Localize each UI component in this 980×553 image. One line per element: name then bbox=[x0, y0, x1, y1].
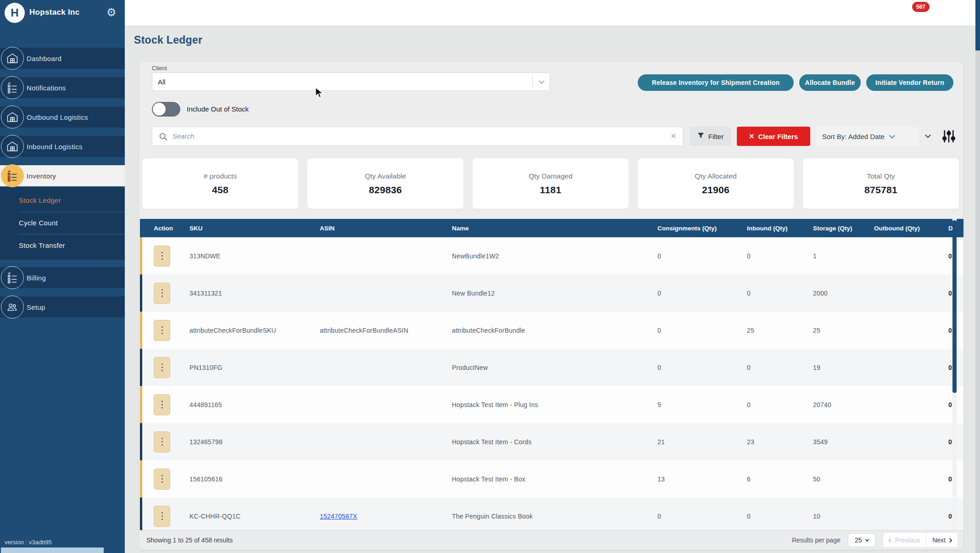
previous-page-button[interactable]: Previous bbox=[883, 532, 926, 548]
cell-storage: 1 bbox=[811, 252, 872, 260]
cell-name: ProductNew bbox=[450, 364, 655, 371]
cell-consignments: 21 bbox=[655, 438, 745, 446]
allocate-bundle-button[interactable]: Allocate Bundle bbox=[799, 74, 861, 91]
table-body: 313NDWE NewBundle1W2 0 0 1 0 341311321 N… bbox=[140, 237, 963, 530]
client-select[interactable]: All bbox=[152, 73, 550, 91]
window-scrollbar-thumb[interactable] bbox=[975, 0, 980, 50]
sidebar-item-label: Billing bbox=[27, 274, 46, 282]
cell-inbound: 0 bbox=[745, 401, 811, 408]
checklist-icon bbox=[1, 164, 24, 187]
brand-name: Hopstack Inc bbox=[29, 8, 79, 17]
client-label: Client bbox=[152, 65, 167, 72]
topbar bbox=[125, 0, 980, 26]
search-placeholder: Search bbox=[173, 132, 195, 140]
submenu-item-cycle-count[interactable]: Cycle Count bbox=[0, 212, 125, 234]
sidebar-item-dashboard[interactable]: Dashboard bbox=[0, 48, 125, 69]
cell-inbound: 25 bbox=[745, 327, 811, 334]
stat-card-products: # products 458 bbox=[142, 158, 298, 209]
chevron-left-icon bbox=[888, 538, 893, 542]
column-consignments: Consignments (Qty) bbox=[655, 225, 745, 232]
cell-sku: 341311321 bbox=[187, 290, 317, 297]
release-inventory-button[interactable]: Release Inventory for Shipment Creation bbox=[638, 74, 794, 91]
client-value: All bbox=[158, 78, 166, 86]
cell-storage: 20740 bbox=[811, 401, 872, 408]
gear-icon[interactable]: ⚙ bbox=[106, 6, 117, 19]
cell-consignments: 0 bbox=[655, 290, 745, 297]
sidebar-item-outbound-logistics[interactable]: Outbound Logistics bbox=[0, 106, 125, 128]
row-actions-menu-button[interactable] bbox=[154, 431, 170, 452]
sidebar-item-inventory[interactable]: Inventory bbox=[0, 165, 125, 186]
cell-consignments: 0 bbox=[655, 364, 745, 371]
cell-name: attributeCheckForBundle bbox=[450, 327, 655, 334]
cell-consignments: 5 bbox=[655, 401, 745, 408]
submenu-item-stock-transfer[interactable]: Stock Transfer bbox=[0, 234, 125, 257]
chevron-down-icon bbox=[889, 133, 895, 139]
cell-name: The Penguin Classics Book bbox=[450, 513, 655, 520]
filter-button[interactable]: Filter bbox=[690, 127, 731, 146]
next-page-button[interactable]: Next bbox=[926, 532, 958, 548]
row-actions-menu-button[interactable] bbox=[154, 394, 170, 415]
pagination-控l pager: Previous Next bbox=[883, 532, 958, 548]
cell-sku: 313NDWE bbox=[187, 252, 317, 260]
submenu-item-stock-ledger[interactable]: Stock Ledger bbox=[0, 189, 125, 212]
warehouse-icon bbox=[1, 47, 24, 70]
row-actions-menu-button[interactable] bbox=[154, 357, 170, 378]
cell-sku: 444891165 bbox=[187, 401, 317, 408]
row-actions-menu-button[interactable] bbox=[154, 506, 170, 527]
sidebar-item-inbound-logistics[interactable]: Inbound Logistics bbox=[0, 136, 125, 157]
column-sku: SKU bbox=[187, 225, 317, 232]
checklist-icon bbox=[1, 266, 24, 289]
divider bbox=[532, 76, 533, 87]
cell-inbound: 0 bbox=[745, 513, 811, 520]
table-scrollbar[interactable] bbox=[952, 219, 957, 530]
table-row: 313NDWE NewBundle1W2 0 0 1 0 bbox=[140, 237, 963, 274]
cell-asin: attributeCheckForBundleASIN bbox=[317, 327, 450, 334]
sidebar-item-label: Setup bbox=[27, 303, 45, 311]
table-row: PN1310FG ProductNew 0 0 19 0 bbox=[140, 349, 963, 386]
warehouse-icon bbox=[1, 106, 24, 128]
initiate-vendor-return-button[interactable]: Initiate Vendor Return bbox=[866, 74, 953, 91]
sidebar-item-setup[interactable]: Setup bbox=[0, 296, 125, 318]
cell-name: Hopstack Test Item - Cords bbox=[450, 438, 655, 446]
cell-sku: PN1310FG bbox=[187, 364, 317, 371]
row-actions-menu-button[interactable] bbox=[154, 246, 170, 267]
table-row: KC-CHHR-QQ1C 152470587X The Penguin Clas… bbox=[140, 497, 963, 530]
table-row: 341311321 New Bundle12 0 0 2000 0 bbox=[140, 274, 963, 312]
sidebar-item-label: Inventory bbox=[27, 172, 56, 180]
table-footer: Showing 1 to 25 of 458 results Results p… bbox=[139, 530, 963, 550]
funnel-icon bbox=[697, 132, 705, 141]
sidebar-item-notifications[interactable]: Notifications bbox=[0, 77, 125, 98]
row-actions-menu-button[interactable] bbox=[154, 469, 170, 490]
cell-inbound: 0 bbox=[745, 364, 811, 371]
column-outbound: Outbound (Qty) bbox=[872, 225, 946, 232]
notification-badge[interactable]: 567 bbox=[912, 2, 930, 12]
cell-name: Hopstack Test Item - Box bbox=[450, 475, 655, 483]
cell-inbound: 0 bbox=[745, 252, 811, 260]
cell-sku: attributeCheckForBundleSKU bbox=[187, 327, 317, 334]
cell-storage: 2000 bbox=[811, 290, 872, 297]
cell-storage: 10 bbox=[811, 513, 872, 520]
row-actions-menu-button[interactable] bbox=[154, 320, 170, 341]
row-actions-menu-button[interactable] bbox=[154, 283, 170, 304]
cell-asin[interactable]: 152470587X bbox=[317, 513, 450, 520]
search-input[interactable]: Search × bbox=[152, 127, 683, 146]
page-size-select[interactable]: 25 bbox=[848, 533, 875, 547]
window-scrollbar[interactable] bbox=[975, 0, 980, 553]
sliders-icon[interactable] bbox=[941, 129, 956, 145]
stat-card-qty-allocated: Qty Allocated 21906 bbox=[638, 158, 794, 209]
include-out-of-stock-toggle[interactable] bbox=[152, 102, 180, 117]
cell-consignments: 0 bbox=[655, 327, 745, 334]
table-scrollbar-thumb[interactable] bbox=[952, 220, 957, 393]
sort-by-select[interactable]: Sort By: Added Date bbox=[816, 127, 919, 146]
sort-label: Sort By: Added Date bbox=[822, 133, 885, 140]
x-icon: × bbox=[749, 132, 754, 141]
clear-filters-button[interactable]: × Clear Filters bbox=[737, 127, 810, 146]
cell-sku: 132465798 bbox=[187, 438, 317, 446]
clear-search-icon[interactable]: × bbox=[671, 130, 676, 141]
sidebar-item-billing[interactable]: Billing bbox=[0, 267, 125, 288]
clear-filters-label: Clear Filters bbox=[758, 133, 798, 140]
cell-consignments: 0 bbox=[655, 513, 745, 520]
sidebar-header: H Hopstack Inc ⚙ bbox=[0, 0, 125, 26]
chevron-down-icon bbox=[865, 537, 869, 541]
cell-consignments: 13 bbox=[655, 475, 745, 483]
